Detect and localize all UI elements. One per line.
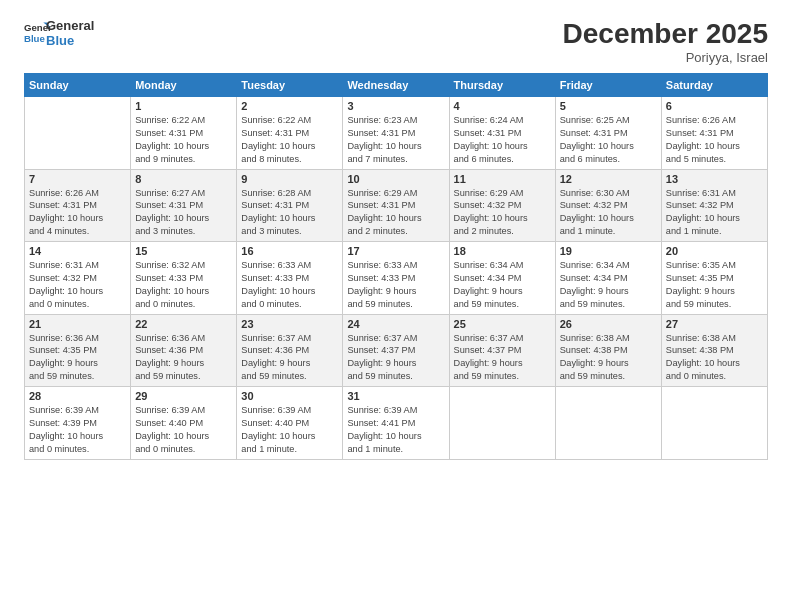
title-area: December 2025 Poriyya, Israel (563, 18, 768, 65)
week-row-4: 21Sunrise: 6:36 AM Sunset: 4:35 PM Dayli… (25, 314, 768, 387)
day-number: 24 (347, 318, 444, 330)
day-number: 8 (135, 173, 232, 185)
calendar-cell: 16Sunrise: 6:33 AM Sunset: 4:33 PM Dayli… (237, 242, 343, 315)
day-number: 23 (241, 318, 338, 330)
calendar-cell: 20Sunrise: 6:35 AM Sunset: 4:35 PM Dayli… (661, 242, 767, 315)
day-number: 31 (347, 390, 444, 402)
logo: General Blue General Blue (24, 18, 94, 48)
day-number: 30 (241, 390, 338, 402)
calendar-cell: 23Sunrise: 6:37 AM Sunset: 4:36 PM Dayli… (237, 314, 343, 387)
day-number: 25 (454, 318, 551, 330)
day-info: Sunrise: 6:37 AM Sunset: 4:37 PM Dayligh… (454, 332, 551, 384)
day-info: Sunrise: 6:37 AM Sunset: 4:37 PM Dayligh… (347, 332, 444, 384)
day-info: Sunrise: 6:25 AM Sunset: 4:31 PM Dayligh… (560, 114, 657, 166)
day-info: Sunrise: 6:30 AM Sunset: 4:32 PM Dayligh… (560, 187, 657, 239)
calendar-cell: 12Sunrise: 6:30 AM Sunset: 4:32 PM Dayli… (555, 169, 661, 242)
day-number: 13 (666, 173, 763, 185)
day-info: Sunrise: 6:34 AM Sunset: 4:34 PM Dayligh… (454, 259, 551, 311)
calendar-cell: 19Sunrise: 6:34 AM Sunset: 4:34 PM Dayli… (555, 242, 661, 315)
calendar-cell: 3Sunrise: 6:23 AM Sunset: 4:31 PM Daylig… (343, 97, 449, 170)
calendar-cell: 17Sunrise: 6:33 AM Sunset: 4:33 PM Dayli… (343, 242, 449, 315)
calendar-cell: 30Sunrise: 6:39 AM Sunset: 4:40 PM Dayli… (237, 387, 343, 460)
weekday-header-row: SundayMondayTuesdayWednesdayThursdayFrid… (25, 74, 768, 97)
calendar-cell: 2Sunrise: 6:22 AM Sunset: 4:31 PM Daylig… (237, 97, 343, 170)
logo-blue: Blue (46, 33, 74, 48)
calendar-cell: 29Sunrise: 6:39 AM Sunset: 4:40 PM Dayli… (131, 387, 237, 460)
svg-text:Blue: Blue (24, 33, 45, 44)
day-info: Sunrise: 6:39 AM Sunset: 4:40 PM Dayligh… (135, 404, 232, 456)
day-number: 28 (29, 390, 126, 402)
day-info: Sunrise: 6:29 AM Sunset: 4:32 PM Dayligh… (454, 187, 551, 239)
weekday-header-saturday: Saturday (661, 74, 767, 97)
calendar-cell: 21Sunrise: 6:36 AM Sunset: 4:35 PM Dayli… (25, 314, 131, 387)
calendar: SundayMondayTuesdayWednesdayThursdayFrid… (24, 73, 768, 460)
weekday-header-wednesday: Wednesday (343, 74, 449, 97)
day-info: Sunrise: 6:23 AM Sunset: 4:31 PM Dayligh… (347, 114, 444, 166)
calendar-cell: 10Sunrise: 6:29 AM Sunset: 4:31 PM Dayli… (343, 169, 449, 242)
day-info: Sunrise: 6:32 AM Sunset: 4:33 PM Dayligh… (135, 259, 232, 311)
calendar-cell: 28Sunrise: 6:39 AM Sunset: 4:39 PM Dayli… (25, 387, 131, 460)
calendar-cell: 9Sunrise: 6:28 AM Sunset: 4:31 PM Daylig… (237, 169, 343, 242)
day-info: Sunrise: 6:26 AM Sunset: 4:31 PM Dayligh… (29, 187, 126, 239)
day-number: 12 (560, 173, 657, 185)
day-info: Sunrise: 6:33 AM Sunset: 4:33 PM Dayligh… (241, 259, 338, 311)
calendar-cell: 8Sunrise: 6:27 AM Sunset: 4:31 PM Daylig… (131, 169, 237, 242)
day-number: 6 (666, 100, 763, 112)
calendar-cell: 27Sunrise: 6:38 AM Sunset: 4:38 PM Dayli… (661, 314, 767, 387)
day-number: 5 (560, 100, 657, 112)
day-number: 19 (560, 245, 657, 257)
day-info: Sunrise: 6:27 AM Sunset: 4:31 PM Dayligh… (135, 187, 232, 239)
day-info: Sunrise: 6:38 AM Sunset: 4:38 PM Dayligh… (666, 332, 763, 384)
week-row-5: 28Sunrise: 6:39 AM Sunset: 4:39 PM Dayli… (25, 387, 768, 460)
day-number: 2 (241, 100, 338, 112)
day-number: 16 (241, 245, 338, 257)
day-number: 4 (454, 100, 551, 112)
day-info: Sunrise: 6:22 AM Sunset: 4:31 PM Dayligh… (135, 114, 232, 166)
calendar-cell: 13Sunrise: 6:31 AM Sunset: 4:32 PM Dayli… (661, 169, 767, 242)
calendar-cell: 5Sunrise: 6:25 AM Sunset: 4:31 PM Daylig… (555, 97, 661, 170)
day-info: Sunrise: 6:29 AM Sunset: 4:31 PM Dayligh… (347, 187, 444, 239)
logo-general: General (46, 18, 94, 33)
calendar-cell: 4Sunrise: 6:24 AM Sunset: 4:31 PM Daylig… (449, 97, 555, 170)
day-number: 22 (135, 318, 232, 330)
day-number: 15 (135, 245, 232, 257)
calendar-cell: 7Sunrise: 6:26 AM Sunset: 4:31 PM Daylig… (25, 169, 131, 242)
calendar-cell: 25Sunrise: 6:37 AM Sunset: 4:37 PM Dayli… (449, 314, 555, 387)
day-info: Sunrise: 6:38 AM Sunset: 4:38 PM Dayligh… (560, 332, 657, 384)
day-info: Sunrise: 6:39 AM Sunset: 4:41 PM Dayligh… (347, 404, 444, 456)
calendar-cell: 1Sunrise: 6:22 AM Sunset: 4:31 PM Daylig… (131, 97, 237, 170)
calendar-cell: 24Sunrise: 6:37 AM Sunset: 4:37 PM Dayli… (343, 314, 449, 387)
weekday-header-thursday: Thursday (449, 74, 555, 97)
day-info: Sunrise: 6:39 AM Sunset: 4:40 PM Dayligh… (241, 404, 338, 456)
calendar-cell: 6Sunrise: 6:26 AM Sunset: 4:31 PM Daylig… (661, 97, 767, 170)
location: Poriyya, Israel (563, 50, 768, 65)
day-number: 11 (454, 173, 551, 185)
calendar-cell: 18Sunrise: 6:34 AM Sunset: 4:34 PM Dayli… (449, 242, 555, 315)
day-info: Sunrise: 6:37 AM Sunset: 4:36 PM Dayligh… (241, 332, 338, 384)
day-info: Sunrise: 6:33 AM Sunset: 4:33 PM Dayligh… (347, 259, 444, 311)
day-number: 9 (241, 173, 338, 185)
week-row-1: 1Sunrise: 6:22 AM Sunset: 4:31 PM Daylig… (25, 97, 768, 170)
week-row-3: 14Sunrise: 6:31 AM Sunset: 4:32 PM Dayli… (25, 242, 768, 315)
day-number: 20 (666, 245, 763, 257)
calendar-cell: 14Sunrise: 6:31 AM Sunset: 4:32 PM Dayli… (25, 242, 131, 315)
day-info: Sunrise: 6:34 AM Sunset: 4:34 PM Dayligh… (560, 259, 657, 311)
day-number: 7 (29, 173, 126, 185)
day-info: Sunrise: 6:28 AM Sunset: 4:31 PM Dayligh… (241, 187, 338, 239)
weekday-header-monday: Monday (131, 74, 237, 97)
header: General Blue General Blue December 2025 … (24, 18, 768, 65)
page: General Blue General Blue December 2025 … (0, 0, 792, 612)
day-info: Sunrise: 6:26 AM Sunset: 4:31 PM Dayligh… (666, 114, 763, 166)
day-number: 17 (347, 245, 444, 257)
calendar-cell (555, 387, 661, 460)
weekday-header-friday: Friday (555, 74, 661, 97)
weekday-header-tuesday: Tuesday (237, 74, 343, 97)
day-number: 1 (135, 100, 232, 112)
day-number: 21 (29, 318, 126, 330)
weekday-header-sunday: Sunday (25, 74, 131, 97)
calendar-cell: 15Sunrise: 6:32 AM Sunset: 4:33 PM Dayli… (131, 242, 237, 315)
calendar-cell: 11Sunrise: 6:29 AM Sunset: 4:32 PM Dayli… (449, 169, 555, 242)
day-info: Sunrise: 6:36 AM Sunset: 4:35 PM Dayligh… (29, 332, 126, 384)
day-info: Sunrise: 6:24 AM Sunset: 4:31 PM Dayligh… (454, 114, 551, 166)
calendar-cell: 31Sunrise: 6:39 AM Sunset: 4:41 PM Dayli… (343, 387, 449, 460)
